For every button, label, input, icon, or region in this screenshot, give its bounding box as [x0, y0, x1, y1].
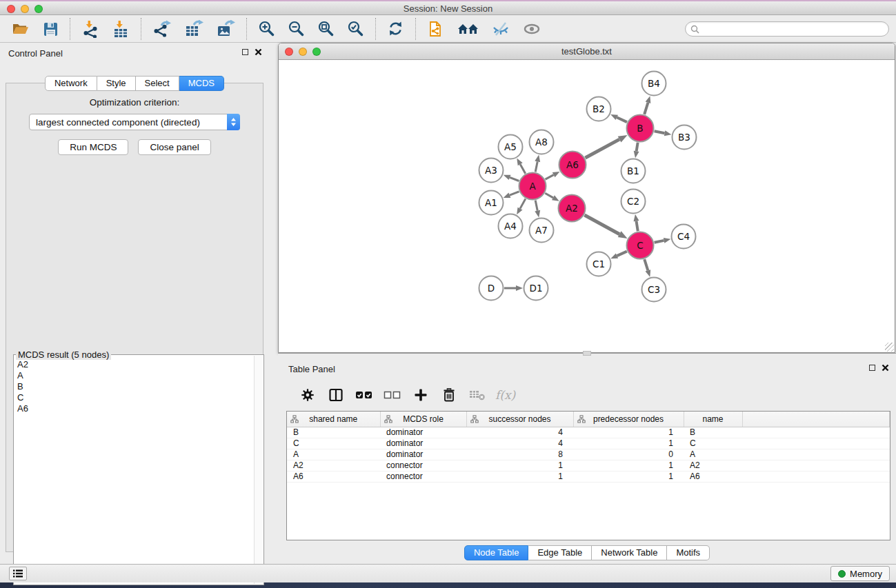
import-network-button[interactable] — [79, 19, 102, 39]
table-cell[interactable]: A6 — [684, 471, 742, 482]
table-cell[interactable]: A2 — [287, 460, 380, 471]
table-cell[interactable]: 4 — [466, 427, 573, 438]
graph-edge-A-A1[interactable] — [510, 192, 519, 195]
zoom-in-button[interactable] — [255, 19, 278, 39]
close-table-panel-icon[interactable] — [882, 364, 889, 372]
resize-grip-icon[interactable] — [885, 343, 894, 352]
graph-edge-A-A5[interactable] — [520, 164, 526, 173]
graph-edge-A-A4[interactable] — [520, 199, 526, 208]
float-table-panel-icon[interactable] — [869, 365, 875, 371]
table-row[interactable]: A2connector11A2 — [287, 460, 890, 471]
result-item[interactable]: A — [14, 369, 254, 381]
import-table-button[interactable] — [109, 19, 132, 39]
column-header-name[interactable]: name — [684, 412, 742, 427]
graph-edge-A-A7[interactable] — [535, 201, 537, 211]
node-table[interactable]: shared nameMCDS rolesuccessor nodesprede… — [286, 411, 890, 540]
show-all-button[interactable] — [519, 19, 544, 39]
select-all-rows-icon[interactable] — [354, 385, 375, 405]
graph-edge-C-C1[interactable] — [617, 252, 626, 256]
export-table-button[interactable] — [181, 19, 206, 39]
table-cell[interactable]: 1 — [466, 460, 573, 471]
graph-edge-A6-B[interactable] — [585, 139, 619, 158]
run-mcds-button[interactable]: Run MCDS — [58, 139, 128, 155]
delete-column-icon[interactable] — [439, 385, 459, 405]
open-session-button[interactable] — [9, 19, 32, 39]
tab-motifs[interactable]: Motifs — [667, 545, 710, 560]
search-input[interactable] — [702, 23, 888, 35]
table-cell[interactable]: 0 — [573, 449, 684, 460]
graph-edge-A2-C[interactable] — [584, 215, 619, 234]
graph-edge-C-C3[interactable] — [644, 259, 648, 270]
save-session-button[interactable] — [39, 19, 61, 39]
network-canvas[interactable]: A5A8A3A1A4A7AA6A2BB2B4B3B1CC2C4C1C3DD1 — [279, 61, 895, 352]
column-selector-icon[interactable] — [326, 385, 346, 405]
tab-node-table[interactable]: Node Table — [464, 545, 529, 560]
table-cell[interactable]: A — [684, 449, 742, 460]
table-row[interactable]: Cdominator41C — [287, 438, 890, 449]
close-panel-icon[interactable] — [255, 48, 262, 56]
table-row[interactable]: A6connector11A6 — [287, 471, 890, 482]
table-cell[interactable]: 1 — [573, 427, 684, 438]
zoom-out-button[interactable] — [285, 19, 308, 39]
float-panel-icon[interactable] — [242, 49, 248, 55]
table-cell[interactable]: 4 — [466, 438, 573, 449]
graph-edge-B-B3[interactable] — [655, 131, 665, 133]
table-cell[interactable]: 8 — [466, 449, 573, 460]
tab-network[interactable]: Network — [45, 76, 97, 91]
refresh-view-button[interactable] — [384, 19, 407, 39]
zoom-selected-button[interactable] — [344, 19, 367, 39]
table-cell[interactable]: 1 — [466, 471, 573, 482]
export-network-button[interactable] — [150, 19, 175, 39]
table-cell[interactable]: 1 — [573, 460, 684, 471]
table-row[interactable]: Adominator80A — [287, 449, 890, 460]
search-box[interactable] — [685, 21, 889, 37]
table-cell[interactable]: C — [287, 438, 380, 449]
horizontal-splitter[interactable] — [278, 353, 896, 358]
table-cell[interactable]: B — [684, 427, 742, 438]
table-cell[interactable]: connector — [380, 460, 466, 471]
tab-style[interactable]: Style — [97, 76, 136, 91]
tab-mcds[interactable]: MCDS — [179, 76, 224, 91]
result-scrollbar[interactable] — [254, 356, 263, 584]
graph-edge-B-B1[interactable] — [637, 143, 638, 152]
graph-edge-B-B4[interactable] — [644, 103, 648, 114]
column-header-predecessor-nodes[interactable]: predecessor nodes — [573, 412, 684, 427]
graph-edge-A-A8[interactable] — [535, 161, 537, 172]
function-builder-icon[interactable]: f(x) — [495, 388, 515, 402]
graph-edge-A-A6[interactable] — [546, 175, 554, 179]
table-row[interactable]: Bdominator41B — [287, 427, 890, 438]
result-item[interactable]: B — [14, 381, 254, 392]
table-cell[interactable]: 1 — [573, 438, 684, 449]
table-cell[interactable]: connector — [380, 471, 466, 482]
hide-selected-button[interactable] — [489, 19, 512, 39]
splitter-handle[interactable] — [583, 351, 591, 356]
clear-selection-icon[interactable] — [382, 385, 403, 405]
result-item[interactable]: A2 — [14, 358, 254, 369]
table-cell[interactable]: A6 — [287, 471, 380, 482]
column-header-successor-nodes[interactable]: successor nodes — [466, 412, 573, 427]
tab-network-table[interactable]: Network Table — [592, 545, 667, 560]
table-cell[interactable]: dominator — [380, 449, 466, 460]
column-header-shared-name[interactable]: shared name — [287, 412, 380, 427]
graph-edge-C-C2[interactable] — [636, 221, 637, 232]
memory-button[interactable]: Memory — [830, 566, 890, 581]
table-cell[interactable]: A — [287, 449, 380, 460]
new-network-from-selection-button[interactable] — [424, 18, 448, 40]
graph-edge-A-A2[interactable] — [545, 193, 553, 198]
network-window-titlebar[interactable]: testGlobe.txt — [279, 43, 895, 60]
table-cell[interactable]: dominator — [380, 438, 466, 449]
result-item[interactable]: C — [14, 392, 254, 403]
graph-edge-A-A3[interactable] — [510, 177, 519, 181]
column-header-MCDS-role[interactable]: MCDS role — [380, 412, 466, 427]
criterion-dropdown[interactable]: largest connected component (directed) — [29, 114, 240, 130]
first-neighbors-button[interactable] — [455, 19, 482, 39]
graph-edge-C-C4[interactable] — [655, 241, 664, 243]
table-cell[interactable]: 1 — [573, 471, 684, 482]
table-cell[interactable]: A2 — [684, 460, 742, 471]
export-image-button[interactable] — [213, 19, 238, 39]
table-cell[interactable]: dominator — [380, 427, 466, 438]
tab-select[interactable]: Select — [136, 76, 179, 91]
table-options-gear-icon[interactable] — [297, 385, 318, 405]
add-column-icon[interactable] — [410, 385, 431, 405]
result-item[interactable]: A6 — [14, 403, 254, 414]
